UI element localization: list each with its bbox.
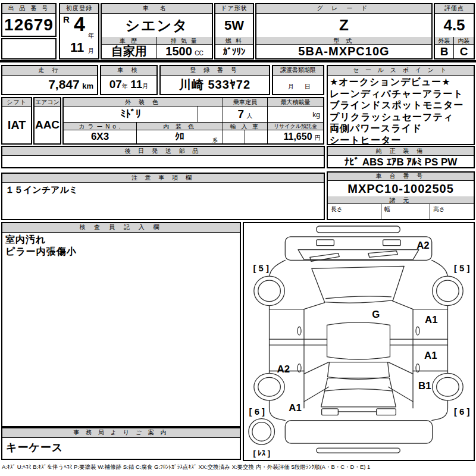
import-sub-cell (245, 130, 268, 143)
color-no-label: カ ラ ー N o . (64, 123, 137, 130)
left-a-pillar (304, 303, 325, 309)
exterior-grade-label: 外装 (435, 37, 454, 45)
transfer-day-label: 日 (305, 83, 311, 91)
reg-month-value: 11 (70, 40, 84, 55)
era-value: R (63, 14, 70, 24)
mileage-value: 7,847 (48, 77, 80, 91)
sales-point-item: ★オークションデビュー★ (330, 76, 472, 88)
specs-label: 諸 元 (328, 196, 474, 204)
inspection-month: 11 (130, 78, 142, 90)
max-load-label: 最大積載量 (268, 98, 323, 107)
fuel-value: ｶﾞｿﾘﾝ (215, 45, 253, 58)
inspection-year: 07 (109, 78, 122, 90)
history-value: 自家用 (102, 45, 157, 58)
sales-point-item: ブラインドスポットモニター (330, 99, 472, 111)
exterior-color-sub-cell (198, 107, 223, 123)
auction-sheet: 出 品 番 号 12679 初度登録 R 4 年 11 月 車 名 シエンタ 車… (0, 0, 476, 476)
diagram-marker: [ 6 ] (454, 407, 469, 416)
recycle-deposit-label: リサイクル預託金 (268, 123, 323, 130)
rear-lamp (322, 409, 339, 415)
lot-number-label: 出 品 番 号 (2, 4, 55, 14)
chassis-number-box: 車 台 番 号 MXPC10-1002505 諸 元 長さ 幅 高さ (327, 171, 475, 220)
car-diagram-box: A2[ 5 ][ 5 ]GA1A1A2B1A1[ 6 ][ 6 ][ ﾚｽ ] (243, 222, 475, 461)
score-value: 4.5 (435, 14, 474, 36)
history-label: 車 歴 (102, 37, 157, 45)
sales-points-label: セ ー ル ス ポ イ ン ト (328, 66, 474, 76)
rear-lamp (377, 409, 396, 415)
oem-equipment-box: 純 正 装 備 ﾅﾋﾞ ABS ｴｱB ｱﾙﾐ PS PW (327, 146, 475, 168)
chassis-number-value: MXPC10-1002505 (328, 181, 474, 198)
section-divider (0, 60, 476, 62)
model-code-label: 型 式 (256, 37, 431, 45)
color-capacity-box: 外 装 色 乗車定員 最大積載量 ﾐﾄﾞﾘ 7 人 kg カ ラ ー N o .… (62, 97, 324, 145)
capacity-label: 乗車定員 (223, 98, 268, 107)
inspector-notes-box: 検 査 員 記 入 欄 室内汚れ ピラー内張傷小 (1, 222, 241, 427)
exterior-color-value: ﾐﾄﾞﾘ (64, 107, 198, 123)
import-sub-cell (223, 130, 245, 143)
tailgate (321, 378, 396, 406)
later-shipped-parts-box: 後 日 発 送 部 品 (1, 146, 325, 168)
front-right-wheel-inner (437, 280, 459, 302)
office-notice-box: 事 務 局 よ り ご 案 内 キーケース (1, 427, 241, 460)
grade-value: Z (256, 14, 431, 36)
right-quarter-lines (388, 362, 413, 402)
capacity-value: 7 人 (223, 107, 268, 123)
door-handle (416, 327, 419, 335)
interior-grade-value: C (454, 45, 474, 58)
reg-year-unit: 年 (88, 32, 94, 40)
windshield (312, 266, 404, 303)
damage-legend: A:ｷｽﾞ U:ﾍｺﾐ B:ｷｽﾞを伴うﾍｺﾐ P:要塗装 W:補修跡 S:錆 … (2, 464, 475, 471)
score-label: 評価点 (435, 4, 474, 14)
import-car-label: 輸 入 車 (223, 123, 268, 130)
wiper-blade (368, 251, 397, 258)
car-name-box: 車 名 シエンタ 車 歴 排 気 量 自家用 1500 CC (101, 3, 213, 60)
dashboard-line (326, 296, 392, 299)
rear-right-wheel-inner (437, 377, 459, 396)
reg-month-unit: 月 (88, 47, 94, 55)
aircon-box: エアコン AAC (33, 97, 61, 145)
spare-wheel-inner (252, 422, 271, 441)
sales-point-item: 両側パワースライド (330, 123, 472, 134)
rear-roof-panel (328, 362, 390, 380)
door-shape-label: ドア形状 (215, 4, 253, 14)
lot-number-box: 出 品 番 号 12679 (1, 3, 57, 37)
recycle-deposit-value: 11,650 円 (268, 130, 323, 143)
hood-panel (285, 237, 431, 261)
mileage-unit: km (82, 82, 93, 90)
registration-number-label: 登 録 番 号 (161, 66, 269, 76)
inspection-year-unit: 年 (122, 83, 128, 89)
sales-point-item: プリクラッシュセーフティ (330, 111, 472, 123)
right-a-pillar (392, 301, 413, 309)
roof-panel (327, 322, 390, 359)
diagram-marker: A1 (289, 402, 302, 414)
interior-color-suffix: 系 (212, 134, 218, 143)
exterior-color-label: 外 装 色 (64, 98, 223, 107)
inspector-notes-label: 検 査 員 記 入 欄 (2, 223, 240, 233)
diagram-marker: G (372, 309, 380, 320)
shift-box: シフト IAT (1, 97, 32, 145)
color-no-value: 6X3 (64, 130, 137, 143)
diagram-marker: A2 (416, 240, 430, 251)
inspector-note-item: 室内汚れ (5, 234, 237, 246)
grade-label: グ レ ー ド (256, 4, 431, 14)
shift-label: シフト (2, 98, 31, 107)
car-name-value: シエンタ (102, 14, 212, 37)
left-quarter-lines (304, 362, 329, 402)
notes-label: 注 意 事 項 欄 (2, 174, 324, 183)
diagram-marker: B1 (418, 380, 431, 392)
front-left-wheel-inner (258, 280, 281, 302)
spec-height-label: 高さ (430, 204, 474, 219)
sales-point-item: シートヒーター (330, 134, 472, 146)
notes-value: １５インチアルミ (2, 183, 324, 198)
left-sill-band (270, 339, 327, 345)
spec-width-label: 幅 (381, 204, 430, 219)
aircon-label: エアコン (35, 98, 60, 107)
hood-vent (317, 240, 334, 246)
mileage-box: 走 行 7,847 km (1, 65, 98, 95)
rear-lower-strip (317, 448, 400, 453)
diagram-marker: A1 (424, 350, 437, 361)
door-shape-box: ドア形状 5W 燃 料 ｶﾞｿﾘﾝ (214, 3, 254, 60)
displacement-label: 排 気 量 (157, 37, 212, 45)
inspection-month-unit: 月 (142, 83, 148, 89)
door-shape-value: 5W (215, 14, 253, 37)
